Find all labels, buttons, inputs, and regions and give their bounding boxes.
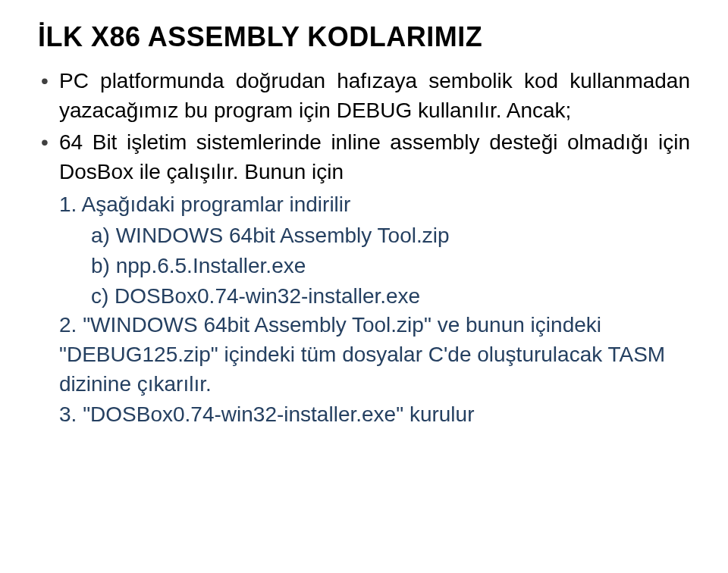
sub-item-c: c) DOSBox0.74-win32-installer.exe xyxy=(91,281,690,312)
numbered-item-1: 1. Aşağıdaki programlar indirilir xyxy=(59,190,690,220)
slide-title: İLK X86 ASSEMBLY KODLARIMIZ xyxy=(38,21,690,53)
bullet-item: PC platformunda doğrudan hafızaya sembol… xyxy=(38,67,690,125)
sub-list: a) WINDOWS 64bit Assembly Tool.zip b) np… xyxy=(59,221,690,311)
sub-item-a: a) WINDOWS 64bit Assembly Tool.zip xyxy=(91,221,690,251)
sub-item-b: b) npp.6.5.Installer.exe xyxy=(91,251,690,281)
numbered-list: 1. Aşağıdaki programlar indirilir a) WIN… xyxy=(38,190,690,430)
bullet-item: 64 Bit işletim sistemlerinde inline asse… xyxy=(38,128,690,186)
numbered-item-2: 2. "WINDOWS 64bit Assembly Tool.zip" ve … xyxy=(59,311,690,399)
numbered-item-3: 3. "DOSBox0.74-win32-installer.exe" kuru… xyxy=(59,400,690,430)
bullet-list: PC platformunda doğrudan hafızaya sembol… xyxy=(38,67,690,187)
